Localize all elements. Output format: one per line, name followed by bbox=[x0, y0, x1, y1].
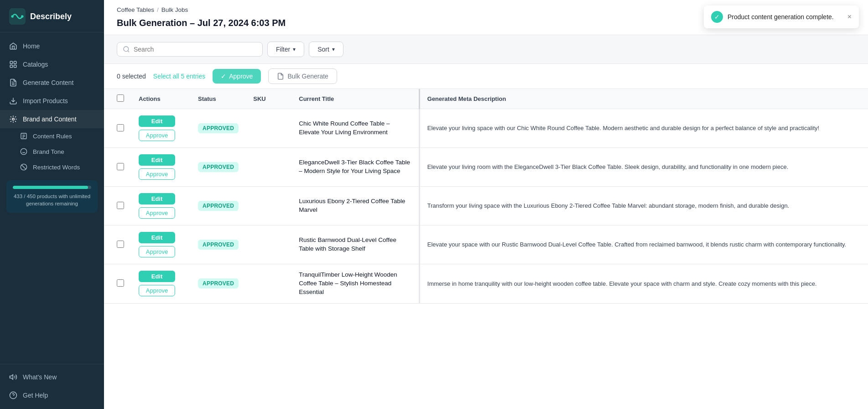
get-help-icon bbox=[9, 391, 17, 399]
sort-label: Sort bbox=[317, 46, 329, 53]
brand-icon bbox=[9, 115, 17, 123]
sort-button[interactable]: Sort ▾ bbox=[309, 42, 343, 57]
sidebar-item-restricted-words[interactable]: Restricted Words bbox=[0, 159, 104, 175]
sidebar-item-whats-new[interactable]: What's New bbox=[0, 368, 104, 386]
row-title-0: Chic White Round Coffee Table – Elevate … bbox=[291, 109, 419, 148]
sidebar-navigation: Home Catalogs bbox=[0, 32, 104, 364]
row-status-1: APPROVED bbox=[191, 148, 246, 187]
row-meta-0: Elevate your living space with our Chic … bbox=[419, 109, 868, 148]
header-current-title: Current Title bbox=[291, 89, 419, 109]
header-checkbox-cell bbox=[104, 89, 131, 109]
edit-button-4[interactable]: Edit bbox=[139, 271, 175, 282]
table-row: Edit Approve APPROVED Rustic Barnwood Du… bbox=[104, 225, 868, 264]
header-sku: SKU bbox=[246, 89, 291, 109]
approve-button[interactable]: ✓ Approve bbox=[213, 69, 261, 84]
svg-rect-5 bbox=[10, 65, 12, 68]
svg-rect-4 bbox=[14, 61, 16, 63]
toast-check-icon: ✓ bbox=[711, 11, 723, 23]
row-checkbox-cell bbox=[104, 264, 131, 304]
sidebar-label-brand-tone: Brand Tone bbox=[33, 148, 64, 155]
row-checkbox-2[interactable] bbox=[117, 202, 124, 209]
home-icon bbox=[9, 42, 17, 50]
approve-row-button-0[interactable]: Approve bbox=[139, 130, 175, 141]
restricted-words-icon bbox=[20, 163, 27, 171]
breadcrumb-parent-link[interactable]: Coffee Tables bbox=[117, 6, 154, 13]
edit-button-1[interactable]: Edit bbox=[139, 154, 175, 166]
sidebar-label-home: Home bbox=[23, 42, 40, 50]
sidebar-item-brand-and-content[interactable]: Brand and Content bbox=[0, 110, 104, 128]
progress-label: 433 / 450 products with unlimited genera… bbox=[13, 193, 91, 207]
row-checkbox-cell bbox=[104, 225, 131, 264]
edit-button-0[interactable]: Edit bbox=[139, 115, 175, 127]
sort-chevron-icon: ▾ bbox=[332, 46, 335, 52]
row-checkbox-4[interactable] bbox=[117, 279, 124, 287]
sidebar-item-brand-tone[interactable]: Brand Tone bbox=[0, 144, 104, 159]
products-table-container: Actions Status SKU Current Title Generat… bbox=[104, 89, 868, 409]
filter-button[interactable]: Filter ▾ bbox=[267, 42, 304, 57]
toolbar: Filter ▾ Sort ▾ bbox=[104, 35, 868, 64]
row-checkbox-0[interactable] bbox=[117, 124, 124, 131]
approve-row-button-1[interactable]: Approve bbox=[139, 168, 175, 180]
approve-check-icon: ✓ bbox=[221, 73, 226, 80]
table-body: Edit Approve APPROVED Chic White Round C… bbox=[104, 109, 868, 304]
header-status: Status bbox=[191, 89, 246, 109]
select-all-link[interactable]: Select all 5 entries bbox=[153, 73, 205, 80]
search-input[interactable] bbox=[134, 46, 257, 53]
row-sku-0 bbox=[246, 109, 291, 148]
row-status-2: APPROVED bbox=[191, 187, 246, 225]
toast-message: Product content generation complete. bbox=[728, 13, 834, 21]
sidebar-item-generate-content[interactable]: Generate Content bbox=[0, 73, 104, 92]
bulk-generate-icon bbox=[277, 73, 284, 80]
approve-row-button-4[interactable]: Approve bbox=[139, 285, 175, 296]
select-all-checkbox[interactable] bbox=[117, 94, 124, 102]
main-content: ✓ Product content generation complete. ×… bbox=[104, 0, 868, 409]
row-checkbox-1[interactable] bbox=[117, 163, 124, 170]
row-sku-4 bbox=[246, 264, 291, 304]
sidebar-item-home[interactable]: Home bbox=[0, 37, 104, 55]
approve-label: Approve bbox=[229, 73, 253, 80]
header-generated-meta: Generated Meta Description bbox=[419, 89, 868, 109]
breadcrumb-separator: / bbox=[157, 6, 159, 13]
row-title-3: Rustic Barnwood Dual-Level Coffee Table … bbox=[291, 225, 419, 264]
svg-line-20 bbox=[21, 165, 26, 169]
row-actions-0: Edit Approve bbox=[131, 109, 191, 148]
row-meta-3: Elevate your space with our Rustic Barnw… bbox=[419, 225, 868, 264]
whats-new-icon bbox=[9, 373, 17, 381]
row-sku-3 bbox=[246, 225, 291, 264]
table-header: Actions Status SKU Current Title Generat… bbox=[104, 89, 868, 109]
edit-button-2[interactable]: Edit bbox=[139, 193, 175, 204]
toast-close-button[interactable]: × bbox=[847, 13, 852, 21]
sidebar-item-content-rules[interactable]: Content Rules bbox=[0, 128, 104, 144]
status-badge-4: APPROVED bbox=[198, 278, 239, 288]
sidebar-label-generate-content: Generate Content bbox=[23, 79, 73, 86]
bulk-generate-button[interactable]: Bulk Generate bbox=[268, 68, 337, 84]
approve-row-button-3[interactable]: Approve bbox=[139, 246, 175, 257]
toast-notification: ✓ Product content generation complete. × bbox=[704, 5, 859, 28]
search-box bbox=[117, 42, 263, 57]
row-actions-3: Edit Approve bbox=[131, 225, 191, 264]
logo-area: Describely bbox=[0, 0, 104, 32]
bulk-generate-label: Bulk Generate bbox=[287, 73, 328, 80]
svg-point-24 bbox=[124, 47, 129, 52]
row-checkbox-3[interactable] bbox=[117, 241, 124, 248]
generate-icon bbox=[9, 79, 17, 87]
row-checkbox-cell bbox=[104, 148, 131, 187]
sidebar-label-restricted-words: Restricted Words bbox=[33, 164, 80, 171]
usage-progress-box: 433 / 450 products with unlimited genera… bbox=[6, 180, 98, 213]
svg-marker-21 bbox=[10, 375, 13, 380]
table-row: Edit Approve APPROVED EleganceDwell 3-Ti… bbox=[104, 148, 868, 187]
row-checkbox-cell bbox=[104, 109, 131, 148]
table-row: Edit Approve APPROVED TranquilTimber Low… bbox=[104, 264, 868, 304]
header-actions: Actions bbox=[131, 89, 191, 109]
status-badge-1: APPROVED bbox=[198, 162, 239, 172]
row-actions-2: Edit Approve bbox=[131, 187, 191, 225]
row-actions-1: Edit Approve bbox=[131, 148, 191, 187]
row-checkbox-cell bbox=[104, 187, 131, 225]
sidebar-item-get-help[interactable]: Get Help bbox=[0, 386, 104, 404]
sidebar-label-brand-and-content: Brand and Content bbox=[23, 115, 77, 123]
edit-button-3[interactable]: Edit bbox=[139, 232, 175, 243]
approve-row-button-2[interactable]: Approve bbox=[139, 207, 175, 219]
sidebar-item-import-products[interactable]: Import Products bbox=[0, 92, 104, 110]
row-status-3: APPROVED bbox=[191, 225, 246, 264]
sidebar-item-catalogs[interactable]: Catalogs bbox=[0, 55, 104, 73]
